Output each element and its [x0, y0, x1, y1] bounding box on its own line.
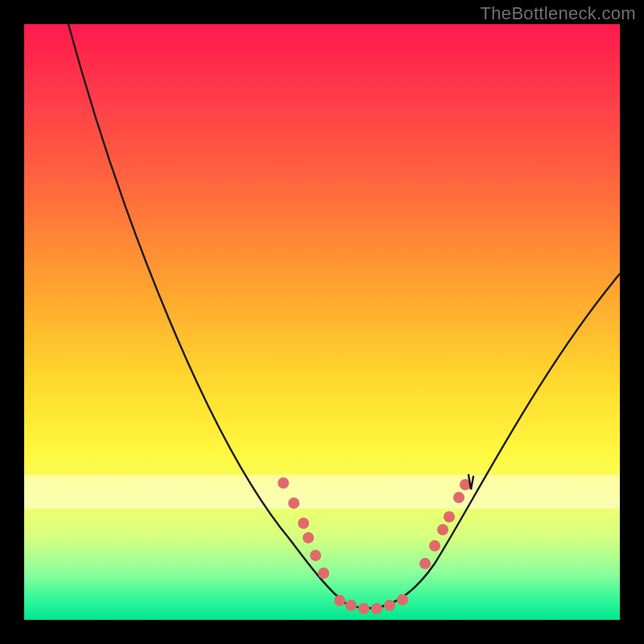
data-dot	[310, 550, 321, 561]
data-dot	[303, 532, 314, 543]
curve-path	[68, 24, 620, 608]
data-dot	[345, 600, 357, 611]
data-dot	[288, 497, 299, 509]
data-dot	[429, 540, 440, 551]
data-dot	[419, 558, 431, 569]
chart-frame: TheBottleneck.com	[0, 0, 644, 644]
data-dot	[371, 603, 382, 614]
watermark-text: TheBottleneck.com	[481, 3, 636, 24]
data-dot	[318, 568, 329, 579]
data-dot	[453, 492, 464, 503]
data-dot	[444, 511, 455, 522]
data-dot	[397, 594, 408, 605]
data-dot	[384, 600, 395, 611]
data-dot	[334, 595, 345, 606]
data-dot	[278, 477, 289, 489]
data-dot	[358, 603, 369, 614]
data-dot	[437, 524, 448, 535]
plot-area	[24, 24, 620, 620]
bottleneck-curve	[24, 24, 620, 620]
data-dot	[298, 518, 309, 529]
